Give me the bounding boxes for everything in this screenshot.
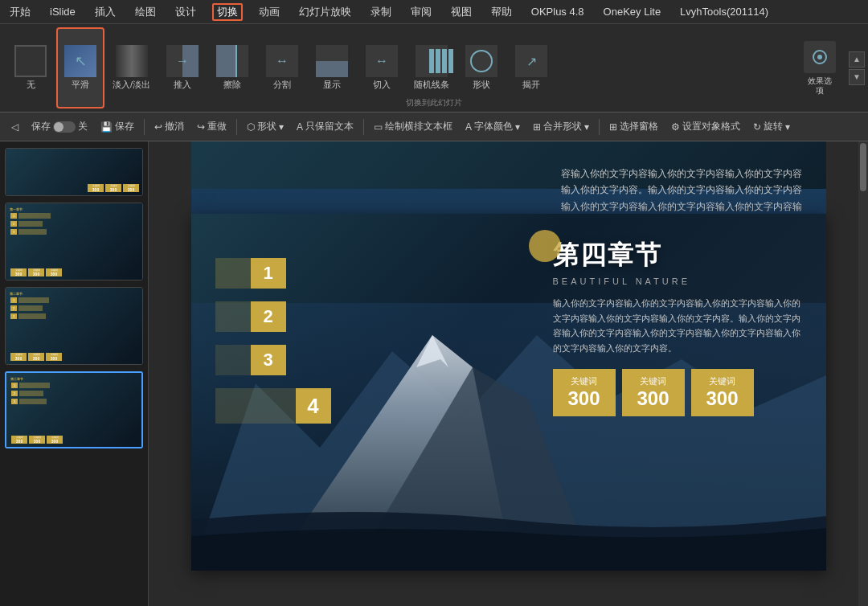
transition-uncover-button[interactable]: 揭开: [507, 27, 555, 109]
toolbar-undo[interactable]: ↩ 撤消: [149, 118, 189, 135]
toolbar-back[interactable]: ◁: [6, 120, 23, 134]
transition-cut-button[interactable]: 切入: [358, 27, 406, 109]
menu-okplus[interactable]: OKPlus 4.8: [528, 4, 588, 19]
menu-draw[interactable]: 绘图: [132, 3, 159, 21]
menu-design[interactable]: 设计: [172, 3, 199, 21]
shape-dropdown-icon: ▾: [279, 121, 284, 133]
slide-thumb-1[interactable]: 关键词300 关键词300 关键词300: [5, 148, 143, 196]
menu-insert[interactable]: 插入: [92, 3, 119, 21]
slide2-content: 第一章节 1 2 3 关键词300 关键词300 关键词300: [6, 203, 142, 280]
uncover-icon: [515, 45, 547, 77]
transition-shape-button[interactable]: 形状: [457, 27, 506, 109]
setformat-icon: ⚙: [671, 121, 680, 133]
list-bar-2: [215, 301, 251, 332]
menu-switch[interactable]: 切换: [212, 3, 243, 21]
shape-icon: [465, 45, 497, 77]
smooth-icon: [64, 45, 96, 77]
toolbar-fontcolor[interactable]: A 字体颜色 ▾: [461, 118, 525, 135]
slide3-chapter: 第二章节: [10, 292, 23, 296]
slide-thumb-4[interactable]: 第三章节 1 2 3 关键词300 关键词300 关键词300: [5, 371, 143, 449]
wipe-label: 擦除: [223, 79, 241, 91]
menu-help[interactable]: 帮助: [488, 3, 515, 21]
toolbar-keeptext[interactable]: A 只保留文本: [292, 118, 358, 135]
redo-icon: ↪: [197, 121, 205, 133]
slide-thumb-2[interactable]: 第一章节 1 2 3 关键词300 关键词300 关键词300: [5, 203, 143, 280]
undo-icon: ↩: [154, 121, 162, 133]
toolbar-rotate[interactable]: ↻ 旋转 ▾: [748, 118, 795, 135]
toolbar-mergeshape[interactable]: ⊞ 合并形状 ▾: [528, 118, 594, 135]
slide-thumb-3[interactable]: 第二章节 1 2 3 关键词300 关键词300 关键词300: [5, 287, 143, 365]
menu-review[interactable]: 审阅: [407, 3, 435, 21]
menu-start[interactable]: 开始: [6, 3, 34, 21]
kw-value-3: 300: [706, 387, 738, 410]
s2kw3: 关键词300: [46, 268, 62, 276]
effect-options-label[interactable]: 效果选项: [808, 76, 832, 96]
list-num-4: 4: [296, 388, 331, 424]
list-bar-3: [215, 345, 251, 375]
selectwindow-label: 选择窗格: [620, 120, 658, 133]
s2kw1: 关键词300: [10, 268, 27, 276]
list-num-1: 1: [251, 258, 286, 289]
setformat-label: 设置对象格式: [682, 120, 740, 133]
kw2: 关键词300: [105, 184, 121, 192]
list-num-2: 2: [251, 301, 286, 332]
cut-icon: [366, 45, 398, 77]
partial-slide: 容输入你的文字内容输入你的文字内容输入你的文字内容输入你的文字内容。输入你的文字…: [191, 141, 826, 214]
s3kw1: 关键词300: [10, 353, 27, 361]
ribbon-section-label: 切换到此幻灯片: [406, 94, 462, 109]
toolbar-drawtextbox[interactable]: ▭ 绘制横排文本框: [369, 118, 457, 135]
s2kw2: 关键词300: [28, 268, 44, 276]
menu-slideshow[interactable]: 幻灯片放映: [296, 3, 354, 21]
toolbar-selectwindow[interactable]: ⊞ 选择窗格: [604, 118, 663, 135]
slide-main-title: 第四章节: [553, 238, 802, 273]
menu-animation[interactable]: 动画: [256, 3, 283, 21]
shape-label: 形状: [473, 79, 490, 91]
drawtextbox-label: 绘制横排文本框: [385, 120, 452, 133]
partial-slide-bg: 容输入你的文字内容输入你的文字内容输入你的文字内容输入你的文字内容。输入你的文字…: [191, 141, 826, 214]
menu-record[interactable]: 录制: [367, 3, 395, 21]
menu-islide[interactable]: iSlide: [47, 4, 79, 19]
list-bar-4: [215, 388, 296, 424]
randombar-label: 随机线条: [414, 79, 449, 91]
keyword-grid: 关键词 300 关键词 300 关键词 300: [553, 369, 802, 416]
menu-view[interactable]: 视图: [448, 3, 475, 21]
save2-label: 保存: [115, 120, 134, 133]
ribbon-scroll-up[interactable]: ▲: [849, 51, 865, 68]
fontcolor-dropdown: ▾: [515, 121, 520, 133]
canvas-scrollbar[interactable]: [858, 141, 868, 606]
main-slide-canvas: 1 2 3 4: [191, 214, 826, 571]
s4kw3: 关键词300: [47, 436, 63, 444]
save2-icon: 💾: [100, 121, 113, 133]
transition-wipe-button[interactable]: 擦除: [208, 27, 256, 109]
toolbar-shape[interactable]: ⬡ 形状 ▾: [242, 118, 289, 135]
toolbar-divider-3: [363, 119, 364, 135]
slide4-content: 第三章节 1 2 3 关键词300 关键词300 关键词300: [6, 373, 141, 448]
s4kw2: 关键词300: [29, 436, 45, 444]
save-toggle[interactable]: [53, 121, 76, 133]
ribbon-scroll-down[interactable]: ▼: [849, 69, 865, 85]
transition-push-button[interactable]: 推入: [158, 27, 207, 109]
toolbar-redo[interactable]: ↪ 重做: [192, 118, 231, 135]
slide2-chapter: 第一章节: [10, 207, 23, 211]
toolbar-setformat[interactable]: ⚙ 设置对象格式: [666, 118, 745, 135]
slide4-keywords: 关键词300 关键词300 关键词300: [11, 436, 63, 444]
push-icon: [166, 45, 199, 77]
transition-reveal-button[interactable]: 显示: [308, 27, 356, 109]
menu-onekey[interactable]: OneKey Lite: [600, 4, 665, 19]
toolbar: ◁ 保存 关 💾 保存 ↩ 撤消 ↪ 重做 ⬡ 形状 ▾ A 只保留文本 ▭ 绘…: [0, 113, 868, 141]
kw-label-2: 关键词: [640, 375, 666, 387]
menu-lvyhtools[interactable]: LvyhTools(201114): [677, 4, 772, 19]
shape-toolbar-icon: ⬡: [247, 121, 255, 133]
slide1-partial-keywords: 关键词300 关键词300 关键词300: [88, 184, 139, 192]
toolbar-save2[interactable]: 💾 保存: [96, 118, 139, 135]
keeptext-label: 只保留文本: [305, 120, 354, 133]
transition-smooth-button[interactable]: 平滑: [56, 27, 104, 109]
rotate-label: 旋转: [764, 120, 783, 133]
slide-list: 1 2 3 4: [215, 258, 331, 424]
mergeshape-label: 合并形状: [543, 120, 582, 133]
transition-none-button[interactable]: 无: [6, 27, 55, 109]
transition-fade-button[interactable]: 淡入/淡出: [106, 27, 157, 109]
list-item-3: 3: [215, 345, 331, 375]
toolbar-save[interactable]: 保存 关: [27, 118, 92, 135]
transition-split-button[interactable]: 分割: [258, 27, 306, 109]
